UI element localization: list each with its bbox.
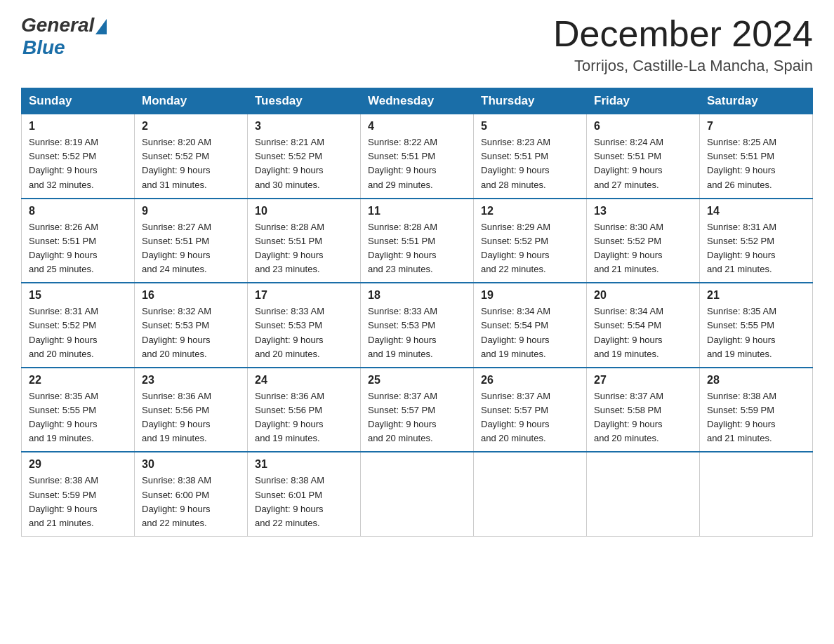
table-row: 8Sunrise: 8:26 AMSunset: 5:51 PMDaylight… xyxy=(22,199,135,283)
month-year-title: December 2024 xyxy=(553,14,813,54)
day-number: 15 xyxy=(29,289,127,302)
table-row: 2Sunrise: 8:20 AMSunset: 5:52 PMDaylight… xyxy=(135,114,248,199)
table-row xyxy=(700,452,813,536)
table-row: 26Sunrise: 8:37 AMSunset: 5:57 PMDayligh… xyxy=(474,368,587,452)
cell-info: Sunrise: 8:38 AMSunset: 6:00 PMDaylight:… xyxy=(142,475,211,528)
calendar-week-row: 1Sunrise: 8:19 AMSunset: 5:52 PMDaylight… xyxy=(22,114,813,199)
cell-info: Sunrise: 8:38 AMSunset: 6:01 PMDaylight:… xyxy=(255,475,324,528)
day-number: 7 xyxy=(707,120,805,133)
day-number: 31 xyxy=(255,458,353,471)
day-number: 27 xyxy=(594,374,692,387)
cell-info: Sunrise: 8:30 AMSunset: 5:52 PMDaylight:… xyxy=(594,222,663,274)
cell-info: Sunrise: 8:36 AMSunset: 5:56 PMDaylight:… xyxy=(255,391,324,443)
day-number: 19 xyxy=(481,289,579,302)
table-row: 5Sunrise: 8:23 AMSunset: 5:51 PMDaylight… xyxy=(474,114,587,199)
calendar-week-row: 15Sunrise: 8:31 AMSunset: 5:52 PMDayligh… xyxy=(22,283,813,368)
col-sunday: Sunday xyxy=(22,88,135,114)
calendar-header-row: Sunday Monday Tuesday Wednesday Thursday… xyxy=(22,88,813,114)
day-number: 24 xyxy=(255,374,353,387)
day-number: 25 xyxy=(368,374,466,387)
table-row xyxy=(587,452,700,536)
table-row: 17Sunrise: 8:33 AMSunset: 5:53 PMDayligh… xyxy=(248,283,361,368)
table-row: 9Sunrise: 8:27 AMSunset: 5:51 PMDaylight… xyxy=(135,199,248,283)
day-number: 18 xyxy=(368,289,466,302)
day-number: 16 xyxy=(142,289,240,302)
day-number: 6 xyxy=(594,120,692,133)
page-header: General Blue December 2024 Torrijos, Cas… xyxy=(21,14,813,75)
day-number: 3 xyxy=(255,120,353,133)
table-row: 4Sunrise: 8:22 AMSunset: 5:51 PMDaylight… xyxy=(361,114,474,199)
col-tuesday: Tuesday xyxy=(248,88,361,114)
col-thursday: Thursday xyxy=(474,88,587,114)
table-row: 29Sunrise: 8:38 AMSunset: 5:59 PMDayligh… xyxy=(22,452,135,536)
day-number: 22 xyxy=(29,374,127,387)
logo-blue-text: Blue xyxy=(22,36,65,59)
cell-info: Sunrise: 8:20 AMSunset: 5:52 PMDaylight:… xyxy=(142,137,211,189)
day-number: 21 xyxy=(707,289,805,302)
table-row: 12Sunrise: 8:29 AMSunset: 5:52 PMDayligh… xyxy=(474,199,587,283)
day-number: 9 xyxy=(142,205,240,217)
day-number: 26 xyxy=(481,374,579,387)
table-row: 30Sunrise: 8:38 AMSunset: 6:00 PMDayligh… xyxy=(135,452,248,536)
day-number: 4 xyxy=(368,120,466,133)
cell-info: Sunrise: 8:31 AMSunset: 5:52 PMDaylight:… xyxy=(29,306,98,358)
cell-info: Sunrise: 8:28 AMSunset: 5:51 PMDaylight:… xyxy=(255,222,324,274)
cell-info: Sunrise: 8:36 AMSunset: 5:56 PMDaylight:… xyxy=(142,391,211,443)
table-row: 23Sunrise: 8:36 AMSunset: 5:56 PMDayligh… xyxy=(135,368,248,452)
title-block: December 2024 Torrijos, Castille-La Manc… xyxy=(553,14,813,75)
cell-info: Sunrise: 8:38 AMSunset: 5:59 PMDaylight:… xyxy=(707,391,776,443)
table-row: 31Sunrise: 8:38 AMSunset: 6:01 PMDayligh… xyxy=(248,452,361,536)
table-row: 18Sunrise: 8:33 AMSunset: 5:53 PMDayligh… xyxy=(361,283,474,368)
table-row: 27Sunrise: 8:37 AMSunset: 5:58 PMDayligh… xyxy=(587,368,700,452)
table-row: 15Sunrise: 8:31 AMSunset: 5:52 PMDayligh… xyxy=(22,283,135,368)
table-row: 3Sunrise: 8:21 AMSunset: 5:52 PMDaylight… xyxy=(248,114,361,199)
cell-info: Sunrise: 8:19 AMSunset: 5:52 PMDaylight:… xyxy=(29,137,98,189)
table-row: 11Sunrise: 8:28 AMSunset: 5:51 PMDayligh… xyxy=(361,199,474,283)
table-row: 1Sunrise: 8:19 AMSunset: 5:52 PMDaylight… xyxy=(22,114,135,199)
calendar-table: Sunday Monday Tuesday Wednesday Thursday… xyxy=(21,88,813,537)
table-row: 6Sunrise: 8:24 AMSunset: 5:51 PMDaylight… xyxy=(587,114,700,199)
cell-info: Sunrise: 8:33 AMSunset: 5:53 PMDaylight:… xyxy=(255,306,324,358)
table-row xyxy=(474,452,587,536)
logo-triangle-icon xyxy=(95,19,107,34)
table-row: 21Sunrise: 8:35 AMSunset: 5:55 PMDayligh… xyxy=(700,283,813,368)
day-number: 13 xyxy=(594,205,692,217)
day-number: 1 xyxy=(29,120,127,133)
cell-info: Sunrise: 8:31 AMSunset: 5:52 PMDaylight:… xyxy=(707,222,776,274)
day-number: 11 xyxy=(368,205,466,217)
day-number: 29 xyxy=(29,458,127,471)
table-row: 20Sunrise: 8:34 AMSunset: 5:54 PMDayligh… xyxy=(587,283,700,368)
cell-info: Sunrise: 8:23 AMSunset: 5:51 PMDaylight:… xyxy=(481,137,550,189)
cell-info: Sunrise: 8:37 AMSunset: 5:57 PMDaylight:… xyxy=(481,391,550,443)
cell-info: Sunrise: 8:27 AMSunset: 5:51 PMDaylight:… xyxy=(142,222,211,274)
cell-info: Sunrise: 8:33 AMSunset: 5:53 PMDaylight:… xyxy=(368,306,437,358)
table-row: 24Sunrise: 8:36 AMSunset: 5:56 PMDayligh… xyxy=(248,368,361,452)
cell-info: Sunrise: 8:22 AMSunset: 5:51 PMDaylight:… xyxy=(368,137,437,189)
cell-info: Sunrise: 8:32 AMSunset: 5:53 PMDaylight:… xyxy=(142,306,211,358)
table-row: 25Sunrise: 8:37 AMSunset: 5:57 PMDayligh… xyxy=(361,368,474,452)
cell-info: Sunrise: 8:28 AMSunset: 5:51 PMDaylight:… xyxy=(368,222,437,274)
logo: General Blue xyxy=(21,14,107,59)
logo-general-text: General xyxy=(21,14,94,36)
col-friday: Friday xyxy=(587,88,700,114)
day-number: 2 xyxy=(142,120,240,133)
location-subtitle: Torrijos, Castille-La Mancha, Spain xyxy=(553,57,813,75)
calendar-week-row: 8Sunrise: 8:26 AMSunset: 5:51 PMDaylight… xyxy=(22,199,813,283)
calendar-week-row: 22Sunrise: 8:35 AMSunset: 5:55 PMDayligh… xyxy=(22,368,813,452)
day-number: 17 xyxy=(255,289,353,302)
table-row: 19Sunrise: 8:34 AMSunset: 5:54 PMDayligh… xyxy=(474,283,587,368)
cell-info: Sunrise: 8:37 AMSunset: 5:57 PMDaylight:… xyxy=(368,391,437,443)
cell-info: Sunrise: 8:21 AMSunset: 5:52 PMDaylight:… xyxy=(255,137,324,189)
calendar-week-row: 29Sunrise: 8:38 AMSunset: 5:59 PMDayligh… xyxy=(22,452,813,536)
table-row: 22Sunrise: 8:35 AMSunset: 5:55 PMDayligh… xyxy=(22,368,135,452)
cell-info: Sunrise: 8:34 AMSunset: 5:54 PMDaylight:… xyxy=(481,306,550,358)
table-row: 14Sunrise: 8:31 AMSunset: 5:52 PMDayligh… xyxy=(700,199,813,283)
cell-info: Sunrise: 8:37 AMSunset: 5:58 PMDaylight:… xyxy=(594,391,663,443)
table-row xyxy=(361,452,474,536)
cell-info: Sunrise: 8:35 AMSunset: 5:55 PMDaylight:… xyxy=(29,391,98,443)
cell-info: Sunrise: 8:24 AMSunset: 5:51 PMDaylight:… xyxy=(594,137,663,189)
col-monday: Monday xyxy=(135,88,248,114)
cell-info: Sunrise: 8:26 AMSunset: 5:51 PMDaylight:… xyxy=(29,222,98,274)
day-number: 8 xyxy=(29,205,127,217)
cell-info: Sunrise: 8:35 AMSunset: 5:55 PMDaylight:… xyxy=(707,306,776,358)
